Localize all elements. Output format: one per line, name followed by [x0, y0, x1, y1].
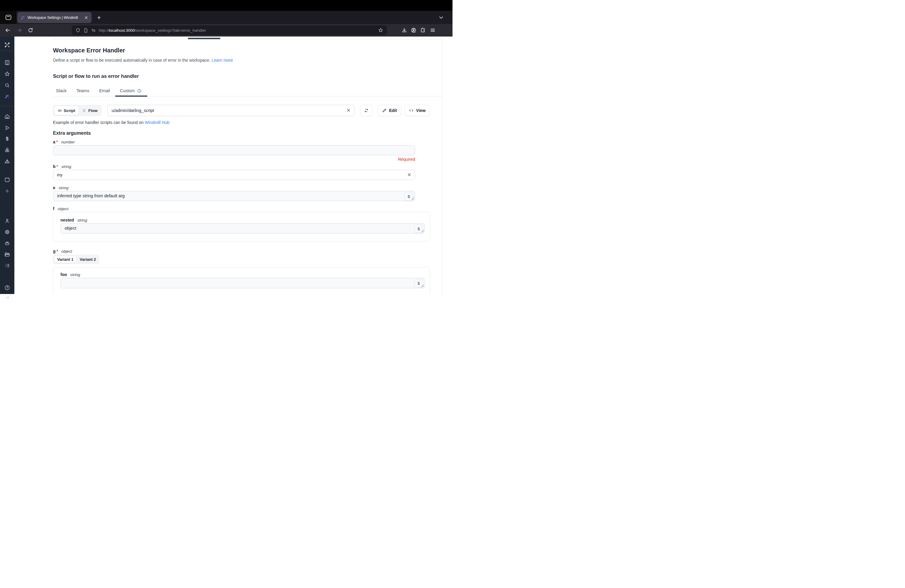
field-f-nested-label: nested string	[60, 218, 425, 222]
field-a-error: Required	[53, 157, 415, 162]
browser-toolbar: http://localhost:3000/workspace_settings…	[0, 24, 452, 37]
variant-2-button[interactable]: Variant 2	[76, 256, 99, 263]
field-f-label: f object	[53, 206, 430, 211]
edit-button[interactable]: Edit	[377, 105, 401, 116]
nested-textarea[interactable]: object $	[60, 223, 425, 234]
sidebar-item-ai-wand-icon[interactable]	[4, 94, 10, 99]
tab-title: Workspace Settings | Windmill	[27, 16, 81, 20]
back-icon[interactable]	[3, 26, 12, 35]
forward-icon[interactable]	[15, 26, 23, 35]
script-path-input[interactable]	[108, 105, 354, 116]
field-b-clear-icon[interactable]	[407, 172, 412, 177]
field-b-input[interactable]	[53, 170, 415, 180]
windmill-hub-link[interactable]: Windmill Hub	[145, 120, 169, 125]
download-icon[interactable]	[400, 26, 408, 35]
svg-text:$: $	[6, 136, 9, 141]
sidebar-item-calendar-icon[interactable]	[4, 176, 10, 183]
sidebar-item-schedules-prism-icon[interactable]	[4, 158, 10, 164]
tab-slack[interactable]: Slack	[56, 88, 67, 96]
sidebar-item-resources-cubes-icon[interactable]	[4, 147, 10, 153]
tab-custom[interactable]: Custom	[120, 88, 141, 96]
view-button-label: View	[416, 108, 426, 113]
settings-active-tab-indicator	[188, 38, 220, 39]
sidebar-item-help-icon[interactable]	[4, 285, 10, 291]
field-a-label: a* number	[53, 140, 430, 144]
refresh-icon	[364, 108, 369, 113]
field-g-type: object	[61, 249, 72, 254]
url-bar[interactable]: http://localhost:3000/workspace_settings…	[72, 25, 387, 35]
channel-tabs: Slack Teams Email Custom	[53, 88, 442, 96]
field-g-name: g	[53, 249, 56, 254]
bookmark-star-icon[interactable]	[378, 27, 383, 33]
page-title: Workspace Error Handler	[53, 47, 430, 54]
field-f-name: f	[53, 206, 54, 211]
sidebar-item-runs-play-icon[interactable]	[4, 125, 10, 131]
field-e-name: e	[53, 185, 56, 190]
browser-tab[interactable]: Workspace Settings | Windmill	[17, 12, 92, 23]
close-tab-icon[interactable]	[84, 15, 89, 20]
clear-path-icon[interactable]	[346, 108, 351, 113]
section-heading: Script or flow to run as error handler	[53, 73, 430, 79]
field-b-label: b* string	[53, 164, 430, 169]
flow-toggle-label: Flow	[88, 108, 98, 113]
sidebar-item-audit-list-icon[interactable]	[4, 262, 10, 269]
menu-icon[interactable]	[429, 26, 437, 35]
field-e-type: string	[59, 186, 68, 190]
url-host: localhost:3000	[109, 28, 135, 33]
resize-grip-icon[interactable]	[421, 229, 424, 233]
script-toggle-button[interactable]: Script	[54, 106, 79, 115]
foo-name: foo	[60, 272, 67, 277]
page-description: Define a script or flow to be executed a…	[53, 58, 430, 63]
view-button[interactable]: View	[404, 105, 430, 116]
field-g-object-box: foo string $	[53, 267, 430, 294]
tab-email[interactable]: Email	[99, 88, 110, 96]
sidebar-item-folders-icon[interactable]	[4, 251, 10, 257]
variant-toggle: Variant 1 Variant 2	[53, 255, 100, 264]
new-tab-button[interactable]: +	[95, 13, 103, 22]
sidebar-item-user-icon[interactable]	[4, 218, 10, 224]
resize-grip-icon[interactable]	[421, 284, 424, 288]
sidebar-item-plus-icon[interactable]	[4, 188, 10, 194]
script-toggle-label: Script	[64, 108, 75, 113]
foo-textarea[interactable]: $	[60, 278, 425, 288]
account-icon[interactable]	[410, 26, 418, 35]
script-path-field	[108, 105, 354, 116]
sidebar-item-favorites-star-icon[interactable]	[4, 71, 10, 77]
field-g-required-mark: *	[57, 249, 58, 254]
extensions-icon[interactable]	[419, 26, 427, 35]
field-e-textarea[interactable]: inferred type string from default arg $	[53, 191, 415, 201]
edit-button-label: Edit	[389, 108, 397, 113]
sidebar-item-variables-dollar-icon[interactable]: $	[4, 136, 10, 142]
learn-more-link[interactable]: Learn more	[211, 58, 233, 63]
foo-type: string	[70, 272, 80, 277]
shield-icon[interactable]	[75, 28, 81, 33]
field-e-label: e string	[53, 185, 430, 190]
field-a-input[interactable]	[53, 145, 415, 156]
reload-icon[interactable]	[26, 26, 35, 35]
field-a-required-mark: *	[56, 140, 58, 144]
tab-teams[interactable]: Teams	[76, 88, 89, 96]
firefox-view-icon[interactable]	[5, 14, 12, 21]
variant-1-button[interactable]: Variant 1	[54, 256, 76, 263]
scroll-divider	[442, 37, 442, 294]
code-icon	[57, 108, 62, 113]
sidebar-item-workers-robot-icon[interactable]	[4, 240, 10, 246]
sidebar-item-settings-gear-icon[interactable]	[4, 229, 10, 235]
url-path: /workspace_settings?tab=error_handler	[135, 28, 206, 33]
field-e-value: inferred type string from default arg	[57, 194, 125, 198]
tab-list-chevron-icon[interactable]	[438, 14, 444, 21]
field-f-object-box: nested string object $	[53, 212, 430, 241]
sidebar-item-home-icon[interactable]	[4, 113, 10, 119]
sidebar-item-search-icon[interactable]	[4, 82, 10, 88]
page-icon[interactable]	[83, 28, 88, 33]
flow-toggle-button[interactable]: Flow	[79, 106, 101, 115]
windmill-favicon	[21, 15, 25, 20]
field-g-label: g* object	[53, 249, 430, 254]
refresh-button[interactable]	[360, 105, 373, 116]
sidebar-item-workspace-building-icon[interactable]	[4, 60, 10, 65]
nested-name: nested	[60, 218, 74, 222]
windmill-logo[interactable]	[3, 41, 11, 49]
url-text[interactable]: http://localhost:3000/workspace_settings…	[99, 28, 375, 33]
resize-grip-icon[interactable]	[411, 197, 414, 200]
permissions-icon[interactable]	[91, 28, 96, 33]
